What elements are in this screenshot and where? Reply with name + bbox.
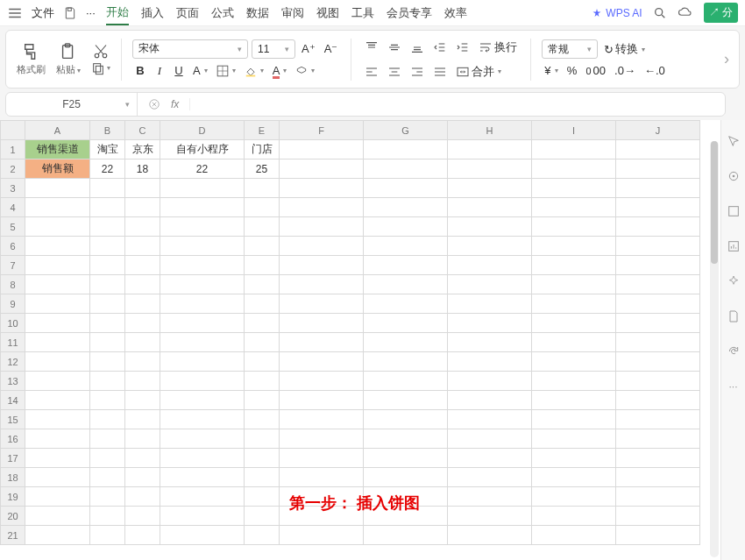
row-header[interactable]: 15 [1, 410, 25, 429]
decrease-font-button[interactable]: A⁻ [322, 40, 341, 57]
cell-J20[interactable] [616, 507, 700, 526]
cell-J3[interactable] [616, 179, 700, 198]
cell-D1[interactable]: 自有小程序 [160, 140, 245, 159]
cell-I6[interactable] [532, 237, 616, 256]
side-style-icon[interactable] [725, 167, 742, 185]
increase-indent-button[interactable] [453, 39, 472, 56]
row-header[interactable]: 21 [1, 526, 25, 545]
side-more-icon[interactable]: ··· [725, 378, 742, 395]
cell-B3[interactable] [90, 179, 125, 198]
cell-C3[interactable] [125, 179, 160, 198]
cell-C7[interactable] [125, 256, 160, 275]
cell-A20[interactable] [25, 507, 90, 526]
cell-C19[interactable] [125, 487, 160, 507]
cell-J4[interactable] [616, 198, 700, 217]
font-color-button[interactable]: A [270, 62, 290, 79]
column-header-E[interactable]: E [245, 121, 280, 140]
tab-efficiency[interactable]: 效率 [444, 2, 467, 25]
cell-J14[interactable] [616, 391, 700, 410]
cell-J18[interactable] [616, 468, 700, 487]
cell-B9[interactable] [90, 294, 125, 314]
fx-icon[interactable]: fx [171, 98, 179, 110]
row-header[interactable]: 13 [1, 372, 25, 391]
cell-D20[interactable] [160, 507, 245, 526]
cell-E8[interactable] [245, 275, 280, 294]
row-header[interactable]: 10 [1, 314, 25, 333]
cell-D6[interactable] [160, 237, 245, 256]
cell-C14[interactable] [125, 391, 160, 410]
cell-H12[interactable] [448, 352, 532, 372]
cell-A18[interactable] [25, 468, 90, 487]
cell-B14[interactable] [90, 391, 125, 410]
cell-G14[interactable] [364, 391, 448, 410]
cell-G17[interactable] [364, 449, 448, 468]
cell-E15[interactable] [245, 410, 280, 429]
cell-G9[interactable] [364, 294, 448, 314]
cell-F14[interactable] [280, 391, 364, 410]
row-header[interactable]: 14 [1, 391, 25, 410]
copy-icon[interactable] [91, 61, 110, 75]
cell-J19[interactable] [616, 487, 700, 507]
tab-view[interactable]: 视图 [316, 2, 339, 25]
cell-I13[interactable] [532, 372, 616, 391]
cell-A14[interactable] [25, 391, 90, 410]
tab-insert[interactable]: 插入 [141, 2, 164, 25]
vertical-scrollbar[interactable] [710, 141, 719, 557]
cell-E9[interactable] [245, 294, 280, 314]
more-icon[interactable]: ··· [86, 6, 96, 19]
cell-A4[interactable] [25, 198, 90, 217]
cell-I12[interactable] [532, 352, 616, 372]
cell-A17[interactable] [25, 449, 90, 468]
cell-I4[interactable] [532, 198, 616, 217]
paste-icon[interactable] [59, 42, 78, 61]
cell-F18[interactable] [280, 468, 364, 487]
cell-B13[interactable] [90, 372, 125, 391]
column-header-D[interactable]: D [160, 121, 245, 140]
cell-E17[interactable] [245, 449, 280, 468]
cell-A12[interactable] [25, 352, 90, 372]
cell-D15[interactable] [160, 410, 245, 429]
cell-B2[interactable]: 22 [90, 159, 125, 179]
cell-H15[interactable] [448, 410, 532, 429]
cell-E18[interactable] [245, 468, 280, 487]
cell-B18[interactable] [90, 468, 125, 487]
row-header[interactable]: 20 [1, 507, 25, 526]
side-sparkle-icon[interactable] [725, 273, 742, 290]
cell-H9[interactable] [448, 294, 532, 314]
cell-F15[interactable] [280, 410, 364, 429]
cell-C20[interactable] [125, 507, 160, 526]
cell-H11[interactable] [448, 333, 532, 352]
cell-E13[interactable] [245, 372, 280, 391]
cell-H20[interactable] [448, 507, 532, 526]
percent-button[interactable]: % [564, 62, 580, 79]
cell-G4[interactable] [364, 198, 448, 217]
decrease-decimal-button[interactable]: .0→ [612, 62, 638, 79]
cell-J10[interactable] [616, 314, 700, 333]
select-all-corner[interactable] [1, 121, 25, 140]
underline-button[interactable]: U [171, 62, 187, 79]
cell-B16[interactable] [90, 429, 125, 449]
cell-J17[interactable] [616, 449, 700, 468]
search-icon[interactable] [653, 6, 667, 20]
cell-J2[interactable] [616, 159, 700, 179]
cell-F11[interactable] [280, 333, 364, 352]
cell-J12[interactable] [616, 352, 700, 372]
cell-A11[interactable] [25, 333, 90, 352]
cell-E2[interactable]: 25 [245, 159, 280, 179]
cell-H17[interactable] [448, 449, 532, 468]
cell-D5[interactable] [160, 217, 245, 237]
cell-F9[interactable] [280, 294, 364, 314]
side-page-icon[interactable] [725, 308, 742, 325]
cell-H13[interactable] [448, 372, 532, 391]
row-header[interactable]: 17 [1, 449, 25, 468]
column-header-B[interactable]: B [90, 121, 125, 140]
cell-F16[interactable] [280, 429, 364, 449]
cell-I5[interactable] [532, 217, 616, 237]
cell-A7[interactable] [25, 256, 90, 275]
cell-A15[interactable] [25, 410, 90, 429]
cell-B5[interactable] [90, 217, 125, 237]
comma-style-button[interactable]: 000 [584, 62, 609, 79]
cell-H3[interactable] [448, 179, 532, 198]
cell-J5[interactable] [616, 217, 700, 237]
tab-page[interactable]: 页面 [176, 2, 199, 25]
